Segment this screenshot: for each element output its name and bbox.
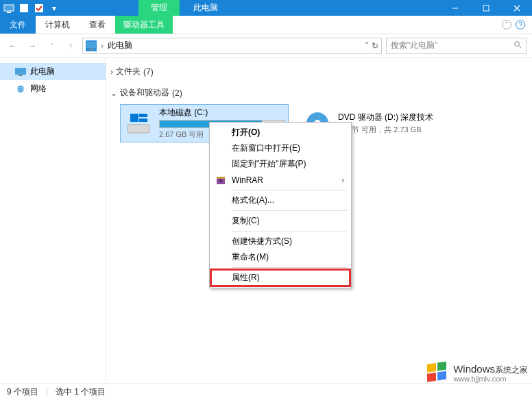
hdd-icon	[123, 108, 154, 138]
up-button[interactable]: ↑	[63, 38, 78, 53]
ctx-rename[interactable]: 重命名(M)	[211, 249, 350, 265]
submenu-arrow-icon: ›	[341, 175, 344, 185]
breadcrumb-location[interactable]: 此电脑	[108, 40, 132, 51]
svg-rect-17	[130, 114, 138, 122]
sidebar: 此电脑 网络	[0, 58, 106, 383]
svg-line-11	[519, 46, 521, 48]
chevron-right-icon: ›	[110, 67, 113, 77]
chevron-down-icon: ⌄	[110, 88, 117, 98]
ctx-winrar[interactable]: WinRAR ›	[211, 172, 350, 188]
qat-icon-2[interactable]	[33, 2, 45, 14]
svg-point-14	[17, 86, 24, 92]
pc-icon	[15, 68, 26, 76]
drive-free: 0 字节 可用，共 2.73 GB	[338, 125, 466, 135]
sys-icons: ▾	[0, 2, 63, 14]
group-devices[interactable]: ⌄ 设备和驱动器 (2)	[110, 86, 528, 100]
search-placeholder: 搜索"此电脑"	[391, 40, 438, 51]
svg-rect-0	[4, 5, 14, 11]
search-icon[interactable]	[513, 40, 522, 51]
window-title: 此电脑	[180, 2, 232, 14]
svg-rect-13	[19, 75, 23, 76]
statusbar: 9 个项目 选中 1 个项目	[0, 383, 532, 400]
menubar: 文件 计算机 查看 驱动器工具 ˅ ?	[0, 16, 532, 34]
qat-dropdown-icon[interactable]: ▾	[48, 2, 60, 14]
sidebar-item-label: 此电脑	[30, 66, 55, 77]
svg-rect-3	[35, 4, 43, 12]
ctx-pin-to-start[interactable]: 固定到"开始"屏幕(P)	[211, 156, 350, 172]
maximize-button[interactable]	[470, 0, 501, 16]
app-icon	[3, 2, 15, 14]
network-icon	[15, 85, 26, 93]
drive-name: DVD 驱动器 (D:) 深度技术	[338, 112, 466, 123]
ctx-format[interactable]: 格式化(A)...	[211, 192, 350, 208]
ctx-properties[interactable]: 属性(R)	[211, 270, 350, 286]
svg-rect-25	[219, 179, 222, 182]
svg-rect-1	[7, 12, 11, 13]
ctx-separator	[232, 210, 347, 211]
svg-rect-2	[20, 4, 28, 12]
ctx-open-new-window[interactable]: 在新窗口中打开(E)	[211, 140, 350, 156]
watermark-zh: 系统之家	[495, 366, 528, 375]
help-icon[interactable]: ?	[516, 20, 525, 29]
menu-computer[interactable]: 计算机	[36, 16, 80, 34]
svg-rect-26	[427, 363, 436, 373]
svg-rect-9	[89, 49, 93, 50]
pc-icon	[86, 40, 97, 51]
svg-point-10	[515, 42, 520, 47]
status-count: 9 个项目	[7, 386, 38, 398]
sidebar-item-thispc[interactable]: 此电脑	[0, 63, 106, 80]
status-separator	[47, 387, 47, 397]
sidebar-item-network[interactable]: 网络	[0, 80, 106, 97]
navbar: ← → ˅ ↑ › 此电脑 ˅ ↻ 搜索"此电脑"	[0, 34, 532, 58]
back-button[interactable]: ←	[5, 38, 21, 53]
svg-rect-18	[139, 114, 147, 117]
svg-rect-12	[15, 68, 26, 75]
group-label: 设备和驱动器	[120, 87, 169, 99]
winrar-icon	[215, 175, 226, 186]
menu-drive-tools[interactable]: 驱动器工具	[115, 16, 173, 34]
svg-rect-27	[437, 362, 446, 371]
search-input[interactable]: 搜索"此电脑"	[386, 38, 527, 54]
menu-file[interactable]: 文件	[0, 16, 36, 34]
menu-view[interactable]: 查看	[80, 16, 115, 34]
recent-dropdown[interactable]: ˅	[44, 38, 59, 53]
titlebar: ▾ 管理 此电脑	[0, 0, 532, 16]
breadcrumb-sep: ›	[101, 41, 104, 51]
refresh-icon[interactable]: ↻	[372, 41, 378, 51]
windows-logo-icon	[426, 362, 449, 385]
forward-button[interactable]: →	[25, 38, 40, 53]
svg-rect-24	[217, 177, 225, 179]
svg-rect-16	[128, 125, 149, 133]
ctx-create-shortcut[interactable]: 创建快捷方式(S)	[211, 234, 350, 249]
group-count: (7)	[143, 67, 154, 77]
ribbon-tab-manage[interactable]: 管理	[138, 0, 180, 16]
close-button[interactable]	[501, 0, 532, 16]
ctx-separator	[232, 231, 347, 232]
svg-rect-28	[427, 373, 436, 382]
minimize-button[interactable]	[439, 0, 470, 16]
group-count: (2)	[172, 88, 182, 98]
watermark: Windows 系统之家 www.bjjmlv.com	[426, 362, 528, 385]
svg-rect-19	[139, 118, 147, 122]
context-menu: 打开(O) 在新窗口中打开(E) 固定到"开始"屏幕(P) WinRAR › 格…	[209, 122, 352, 288]
status-selected: 选中 1 个项目	[56, 386, 106, 398]
ctx-separator	[232, 190, 347, 190]
group-label: 文件夹	[116, 66, 141, 77]
ctx-separator	[232, 267, 347, 268]
sidebar-item-label: 网络	[30, 83, 47, 95]
svg-rect-8	[86, 42, 96, 48]
svg-rect-5	[483, 5, 489, 11]
group-folders[interactable]: › 文件夹 (7)	[110, 64, 528, 79]
qat-icon-1[interactable]	[18, 2, 30, 14]
ribbon-expand-icon[interactable]: ˅	[502, 20, 511, 29]
watermark-url: www.bjjmlv.com	[453, 375, 528, 383]
watermark-win: Windows	[453, 364, 495, 375]
svg-rect-29	[437, 371, 446, 381]
ctx-open[interactable]: 打开(O)	[211, 125, 350, 140]
drive-name: 本地磁盘 (C:)	[159, 107, 285, 118]
address-bar[interactable]: › 此电脑 ˅ ↻	[82, 38, 382, 54]
address-dropdown-icon[interactable]: ˅	[365, 41, 369, 51]
ctx-copy[interactable]: 复制(C)	[211, 213, 350, 229]
